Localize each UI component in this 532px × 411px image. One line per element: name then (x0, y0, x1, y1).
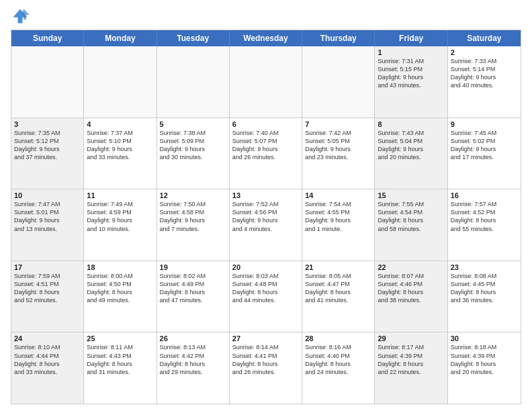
calendar-cell: 26Sunrise: 8:13 AM Sunset: 4:42 PM Dayli… (157, 332, 230, 404)
calendar-row: 24Sunrise: 8:10 AM Sunset: 4:44 PM Dayli… (11, 332, 521, 404)
day-info: Sunrise: 7:42 AM Sunset: 5:05 PM Dayligh… (305, 129, 371, 162)
calendar-cell: 1Sunrise: 7:31 AM Sunset: 5:15 PM Daylig… (375, 46, 447, 118)
calendar-cell (157, 46, 230, 118)
day-number: 8 (378, 120, 444, 128)
calendar-cell: 9Sunrise: 7:45 AM Sunset: 5:02 PM Daylig… (448, 118, 521, 189)
calendar-cell: 23Sunrise: 8:08 AM Sunset: 4:45 PM Dayli… (448, 261, 521, 332)
day-info: Sunrise: 7:43 AM Sunset: 5:04 PM Dayligh… (378, 129, 444, 162)
day-number: 6 (232, 120, 299, 128)
day-number: 30 (451, 334, 518, 342)
day-info: Sunrise: 7:52 AM Sunset: 4:56 PM Dayligh… (232, 200, 299, 233)
weekday-header: Friday (375, 30, 447, 46)
calendar-cell: 5Sunrise: 7:38 AM Sunset: 5:09 PM Daylig… (157, 118, 230, 189)
calendar-cell: 10Sunrise: 7:47 AM Sunset: 5:01 PM Dayli… (11, 189, 84, 261)
weekday-header: Monday (84, 30, 157, 46)
weekday-header: Saturday (448, 30, 521, 46)
day-number: 15 (378, 191, 444, 199)
day-number: 26 (160, 334, 226, 342)
day-number: 3 (14, 120, 81, 128)
day-number: 24 (14, 334, 81, 342)
day-number: 19 (160, 263, 226, 271)
svg-marker-2 (21, 9, 30, 20)
calendar-cell: 15Sunrise: 7:55 AM Sunset: 4:54 PM Dayli… (375, 189, 447, 261)
day-info: Sunrise: 7:33 AM Sunset: 5:14 PM Dayligh… (451, 57, 518, 90)
day-number: 1 (378, 48, 444, 56)
day-number: 14 (305, 191, 371, 199)
calendar-cell: 6Sunrise: 7:40 AM Sunset: 5:07 PM Daylig… (230, 118, 302, 189)
day-number: 29 (378, 334, 444, 342)
calendar-cell: 12Sunrise: 7:50 AM Sunset: 4:58 PM Dayli… (157, 189, 230, 261)
calendar-cell: 27Sunrise: 8:14 AM Sunset: 4:41 PM Dayli… (230, 332, 302, 404)
day-number: 18 (87, 263, 153, 271)
calendar-cell: 22Sunrise: 8:07 AM Sunset: 4:46 PM Dayli… (375, 261, 447, 332)
day-info: Sunrise: 8:16 AM Sunset: 4:40 PM Dayligh… (305, 343, 371, 376)
day-info: Sunrise: 8:14 AM Sunset: 4:41 PM Dayligh… (232, 343, 299, 376)
calendar-cell: 13Sunrise: 7:52 AM Sunset: 4:56 PM Dayli… (230, 189, 302, 261)
calendar-cell: 24Sunrise: 8:10 AM Sunset: 4:44 PM Dayli… (11, 332, 84, 404)
day-info: Sunrise: 7:31 AM Sunset: 5:15 PM Dayligh… (378, 57, 444, 90)
calendar-cell: 17Sunrise: 7:59 AM Sunset: 4:51 PM Dayli… (11, 261, 84, 332)
calendar-cell: 4Sunrise: 7:37 AM Sunset: 5:10 PM Daylig… (84, 118, 157, 189)
day-info: Sunrise: 7:55 AM Sunset: 4:54 PM Dayligh… (378, 200, 444, 233)
day-number: 12 (160, 191, 226, 199)
day-number: 16 (451, 191, 518, 199)
day-info: Sunrise: 8:18 AM Sunset: 4:39 PM Dayligh… (451, 343, 518, 376)
day-info: Sunrise: 8:03 AM Sunset: 4:48 PM Dayligh… (232, 272, 299, 305)
day-number: 20 (232, 263, 299, 271)
day-info: Sunrise: 7:47 AM Sunset: 5:01 PM Dayligh… (14, 200, 81, 233)
calendar-cell: 18Sunrise: 8:00 AM Sunset: 4:50 PM Dayli… (84, 261, 157, 332)
weekday-header: Sunday (11, 30, 84, 46)
calendar-cell: 16Sunrise: 7:57 AM Sunset: 4:52 PM Dayli… (448, 189, 521, 261)
day-info: Sunrise: 7:38 AM Sunset: 5:09 PM Dayligh… (160, 129, 226, 162)
weekday-header: Thursday (302, 30, 375, 46)
day-number: 21 (305, 263, 371, 271)
day-info: Sunrise: 7:35 AM Sunset: 5:12 PM Dayligh… (14, 129, 81, 162)
day-info: Sunrise: 8:00 AM Sunset: 4:50 PM Dayligh… (87, 272, 153, 305)
day-info: Sunrise: 7:45 AM Sunset: 5:02 PM Dayligh… (451, 129, 518, 162)
day-info: Sunrise: 8:07 AM Sunset: 4:46 PM Dayligh… (378, 272, 444, 305)
day-number: 2 (451, 48, 518, 56)
calendar: SundayMondayTuesdayWednesdayThursdayFrid… (11, 30, 521, 404)
calendar-row: 10Sunrise: 7:47 AM Sunset: 5:01 PM Dayli… (11, 189, 521, 261)
calendar-body: 1Sunrise: 7:31 AM Sunset: 5:15 PM Daylig… (11, 46, 521, 404)
header (11, 7, 521, 26)
calendar-cell: 8Sunrise: 7:43 AM Sunset: 5:04 PM Daylig… (375, 118, 447, 189)
calendar-header: SundayMondayTuesdayWednesdayThursdayFrid… (11, 30, 521, 46)
day-info: Sunrise: 8:10 AM Sunset: 4:44 PM Dayligh… (14, 343, 81, 376)
calendar-cell: 20Sunrise: 8:03 AM Sunset: 4:48 PM Dayli… (230, 261, 302, 332)
day-info: Sunrise: 7:49 AM Sunset: 4:59 PM Dayligh… (87, 200, 153, 233)
day-info: Sunrise: 7:57 AM Sunset: 4:52 PM Dayligh… (451, 200, 518, 233)
day-number: 17 (14, 263, 81, 271)
day-info: Sunrise: 8:02 AM Sunset: 4:49 PM Dayligh… (160, 272, 226, 305)
day-number: 10 (14, 191, 81, 199)
calendar-cell (11, 46, 84, 118)
calendar-cell: 28Sunrise: 8:16 AM Sunset: 4:40 PM Dayli… (302, 332, 375, 404)
page: SundayMondayTuesdayWednesdayThursdayFrid… (0, 0, 532, 411)
calendar-cell: 29Sunrise: 8:17 AM Sunset: 4:39 PM Dayli… (375, 332, 447, 404)
day-number: 28 (305, 334, 371, 342)
calendar-cell (230, 46, 302, 118)
day-info: Sunrise: 7:54 AM Sunset: 4:55 PM Dayligh… (305, 200, 371, 233)
calendar-cell: 19Sunrise: 8:02 AM Sunset: 4:49 PM Dayli… (157, 261, 230, 332)
day-number: 27 (232, 334, 299, 342)
day-info: Sunrise: 7:37 AM Sunset: 5:10 PM Dayligh… (87, 129, 153, 162)
day-number: 25 (87, 334, 153, 342)
day-info: Sunrise: 8:17 AM Sunset: 4:39 PM Dayligh… (378, 343, 444, 376)
calendar-cell: 21Sunrise: 8:05 AM Sunset: 4:47 PM Dayli… (302, 261, 375, 332)
calendar-row: 3Sunrise: 7:35 AM Sunset: 5:12 PM Daylig… (11, 118, 521, 190)
day-number: 5 (160, 120, 226, 128)
day-info: Sunrise: 7:40 AM Sunset: 5:07 PM Dayligh… (232, 129, 299, 162)
day-info: Sunrise: 8:13 AM Sunset: 4:42 PM Dayligh… (160, 343, 226, 376)
day-info: Sunrise: 7:59 AM Sunset: 4:51 PM Dayligh… (14, 272, 81, 305)
calendar-cell: 30Sunrise: 8:18 AM Sunset: 4:39 PM Dayli… (448, 332, 521, 404)
calendar-row: 17Sunrise: 7:59 AM Sunset: 4:51 PM Dayli… (11, 261, 521, 333)
calendar-cell: 2Sunrise: 7:33 AM Sunset: 5:14 PM Daylig… (448, 46, 521, 118)
day-number: 9 (451, 120, 518, 128)
calendar-cell (302, 46, 375, 118)
calendar-cell: 3Sunrise: 7:35 AM Sunset: 5:12 PM Daylig… (11, 118, 84, 189)
calendar-cell: 7Sunrise: 7:42 AM Sunset: 5:05 PM Daylig… (302, 118, 375, 189)
calendar-cell (84, 46, 157, 118)
weekday-header: Wednesday (230, 30, 302, 46)
day-number: 7 (305, 120, 371, 128)
day-number: 22 (378, 263, 444, 271)
